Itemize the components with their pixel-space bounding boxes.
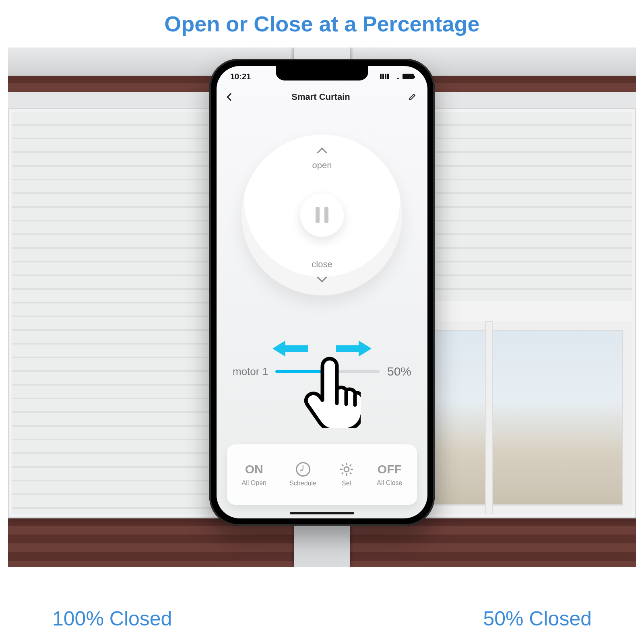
wifi-icon: [392, 74, 399, 79]
page-heading: Open or Close at a Percentage: [0, 0, 644, 47]
set-label: Set: [342, 480, 351, 487]
touch-hand-icon: [300, 356, 361, 428]
caption-right: 50% Closed: [483, 607, 592, 630]
marketing-photo: 10:21 Smart Curtain open: [8, 47, 636, 567]
on-sublabel: All Open: [242, 479, 266, 487]
chevron-up-icon: [317, 147, 327, 157]
chevron-down-icon: [317, 272, 327, 282]
motor-label: motor 1: [233, 365, 268, 378]
status-time: 10:21: [230, 72, 251, 81]
all-close-button[interactable]: OFF All Close: [377, 462, 402, 487]
phone-mockup: 10:21 Smart Curtain open: [209, 59, 435, 526]
off-sublabel: All Close: [377, 479, 402, 487]
back-icon[interactable]: [227, 93, 235, 101]
home-indicator[interactable]: [290, 512, 354, 514]
open-close-dial: open close: [242, 134, 402, 295]
clock-icon: [296, 462, 310, 477]
gear-icon: [339, 462, 354, 477]
set-button[interactable]: Set: [339, 462, 354, 487]
percentage-value: 50%: [387, 365, 411, 378]
close-button[interactable]: close: [312, 259, 332, 281]
arrow-left-icon: [272, 340, 308, 357]
status-bar: 10:21: [217, 71, 427, 82]
open-label: open: [312, 160, 332, 171]
pause-button[interactable]: [300, 193, 344, 237]
svg-line-9: [350, 473, 351, 474]
app-nav-bar: Smart Curtain: [217, 87, 427, 107]
caption-left: 100% Closed: [52, 607, 172, 630]
bottom-captions: 100% Closed 50% Closed: [0, 607, 644, 630]
off-label: OFF: [378, 462, 402, 476]
svg-point-3: [344, 467, 349, 472]
drag-hint-arrows: [233, 340, 411, 357]
nav-title: Smart Curtain: [291, 92, 350, 102]
open-button[interactable]: open: [312, 149, 332, 171]
edit-icon[interactable]: [408, 93, 416, 101]
pause-bar-icon: [324, 207, 328, 223]
svg-line-8: [342, 464, 343, 466]
close-label: close: [312, 259, 332, 270]
cellular-icon: [380, 74, 389, 79]
svg-line-10: [350, 464, 351, 466]
battery-icon: [402, 74, 414, 79]
schedule-button[interactable]: Schedule: [289, 462, 316, 487]
pause-bar-icon: [316, 207, 320, 223]
all-open-button[interactable]: ON All Open: [242, 462, 266, 487]
status-icons: [380, 74, 414, 79]
phone-screen: 10:21 Smart Curtain open: [217, 66, 427, 518]
svg-line-11: [342, 473, 343, 474]
on-label: ON: [245, 462, 263, 476]
arrow-right-icon: [336, 340, 372, 357]
bottom-action-bar: ON All Open Schedule Set OFF All Close: [227, 444, 417, 505]
schedule-label: Schedule: [289, 480, 316, 487]
